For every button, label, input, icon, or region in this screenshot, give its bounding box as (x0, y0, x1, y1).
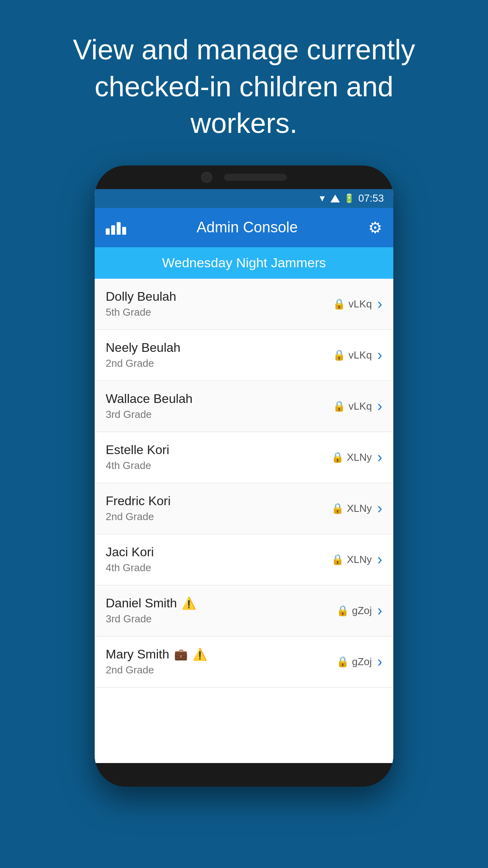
item-name: Wallace Beulah (106, 392, 193, 406)
chevron-right-icon[interactable]: › (377, 449, 382, 466)
chevron-right-icon[interactable]: › (377, 602, 382, 619)
lock-icon: 🔒 (331, 502, 344, 515)
list-item[interactable]: Estelle Kori 4th Grade 🔒 XLNy › (95, 432, 393, 483)
phone-top-bezel (95, 166, 393, 189)
hero-text: View and manage currently checked-in chi… (0, 0, 488, 166)
phone-screen: ▼ 🔋 07:53 Admin Console ⚙ (95, 189, 393, 763)
item-name: Fredric Kori (106, 494, 171, 508)
signal-icon (330, 195, 340, 202)
warning-icon: ⚠️ (182, 596, 196, 610)
status-bar: ▼ 🔋 07:53 (95, 189, 393, 208)
section-header-label: Wednesday Night Jammers (162, 255, 326, 270)
lock-code: 🔒 XLNy (331, 451, 372, 463)
lock-code: 🔒 vLKq (333, 349, 372, 361)
code-text: XLNy (347, 554, 372, 566)
item-grade: 4th Grade (106, 460, 169, 472)
wifi-icon: ▼ (318, 193, 327, 204)
chevron-right-icon[interactable]: › (377, 296, 382, 313)
phone-bottom-bezel (95, 763, 393, 787)
list-item[interactable]: Daniel Smith ⚠️ 3rd Grade 🔒 gZoj › (95, 585, 393, 636)
briefcase-icon: 💼 (174, 648, 188, 661)
lock-icon: 🔒 (331, 451, 344, 463)
item-grade: 2nd Grade (106, 664, 207, 676)
lock-code: 🔒 XLNy (331, 502, 372, 515)
settings-icon[interactable]: ⚙ (368, 219, 382, 237)
item-name: Estelle Kori (106, 443, 169, 457)
lock-icon: 🔒 (336, 605, 349, 617)
code-text: vLKq (349, 349, 372, 361)
lock-code: 🔒 gZoj (336, 605, 372, 617)
item-name: Jaci Kori (106, 545, 154, 559)
item-grade: 4th Grade (106, 562, 154, 574)
app-bar: Admin Console ⚙ (95, 208, 393, 247)
chevron-right-icon[interactable]: › (377, 398, 382, 415)
lock-icon: 🔒 (333, 400, 345, 412)
item-grade: 2nd Grade (106, 357, 180, 370)
app-bar-title: Admin Console (196, 219, 298, 236)
lock-icon: 🔒 (331, 554, 344, 566)
item-name: Mary Smith 💼 ⚠️ (106, 647, 207, 662)
speaker (224, 174, 287, 181)
chevron-right-icon[interactable]: › (377, 347, 382, 364)
code-text: XLNy (347, 502, 372, 515)
chevron-right-icon[interactable]: › (377, 653, 382, 670)
item-grade: 2nd Grade (106, 511, 171, 523)
list-item[interactable]: Jaci Kori 4th Grade 🔒 XLNy › (95, 534, 393, 585)
warning-icon: ⚠️ (193, 647, 207, 661)
list-item[interactable]: Dolly Beulah 5th Grade 🔒 vLKq › (95, 279, 393, 330)
lock-code: 🔒 XLNy (331, 554, 372, 566)
code-text: XLNy (347, 451, 372, 463)
svg-marker-0 (330, 195, 340, 202)
item-name: Dolly Beulah (106, 289, 176, 304)
lock-icon: 🔒 (333, 298, 345, 310)
phone-device: ▼ 🔋 07:53 Admin Console ⚙ (95, 166, 393, 787)
list-item[interactable]: Mary Smith 💼 ⚠️ 2nd Grade 🔒 gZoj › (95, 636, 393, 688)
item-name: Neely Beulah (106, 340, 180, 355)
status-icons: ▼ 🔋 07:53 (318, 192, 384, 204)
lock-code: 🔒 vLKq (333, 298, 372, 310)
lock-code: 🔒 vLKq (333, 400, 372, 412)
code-text: vLKq (349, 400, 372, 412)
list-item[interactable]: Fredric Kori 2nd Grade 🔒 XLNy › (95, 483, 393, 534)
lock-icon: 🔒 (333, 349, 345, 361)
lock-code: 🔒 gZoj (336, 656, 372, 668)
section-header: Wednesday Night Jammers (95, 247, 393, 279)
status-time: 07:53 (358, 192, 384, 204)
bar-chart-icon (106, 221, 126, 235)
lock-icon: 🔒 (336, 656, 349, 668)
code-text: vLKq (349, 298, 372, 310)
chevron-right-icon[interactable]: › (377, 551, 382, 568)
item-grade: 3rd Grade (106, 408, 193, 421)
item-name: Daniel Smith ⚠️ (106, 596, 196, 611)
list-item[interactable]: Wallace Beulah 3rd Grade 🔒 vLKq › (95, 381, 393, 432)
item-grade: 5th Grade (106, 306, 176, 318)
camera (201, 172, 212, 183)
battery-icon: 🔋 (344, 193, 354, 204)
code-text: gZoj (352, 605, 372, 617)
code-text: gZoj (352, 656, 372, 668)
list-item[interactable]: Neely Beulah 2nd Grade 🔒 vLKq › (95, 330, 393, 381)
chevron-right-icon[interactable]: › (377, 500, 382, 517)
student-list: Dolly Beulah 5th Grade 🔒 vLKq › Neely Be… (95, 279, 393, 763)
item-grade: 3rd Grade (106, 613, 196, 625)
